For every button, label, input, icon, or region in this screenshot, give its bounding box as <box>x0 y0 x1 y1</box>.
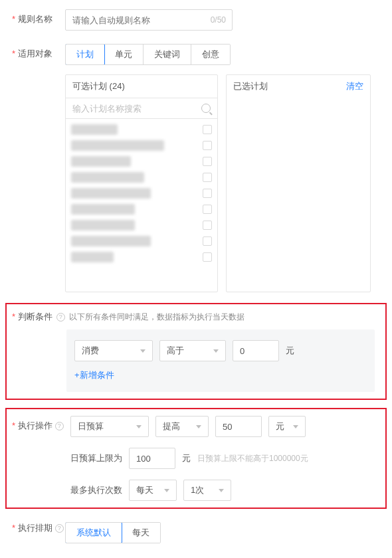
action-section: 执行操作 ? 日预算 提高 50 元 <box>5 408 387 509</box>
checkbox[interactable] <box>203 125 212 134</box>
chevron-down-icon <box>213 349 219 353</box>
available-plans-title: 可选计划 (24) <box>72 80 125 92</box>
schedule-segment[interactable]: 每天 <box>122 523 160 543</box>
list-item[interactable] <box>70 138 216 153</box>
target-segment[interactable]: 计划 <box>65 44 105 65</box>
target-segment[interactable]: 创意 <box>191 45 230 64</box>
condition-section: 判断条件 ? 以下所有条件同时满足，数据指标为执行当天数据 消费 高于 0 元 … <box>5 303 387 400</box>
schedule-label: 执行排期 <box>12 522 52 534</box>
add-condition-link[interactable]: +新增条件 <box>74 369 114 381</box>
operator-select[interactable]: 高于 <box>159 340 226 361</box>
checkbox[interactable] <box>203 141 212 150</box>
list-item[interactable] <box>70 217 216 233</box>
chevron-down-icon <box>136 425 142 428</box>
selected-plans-title: 已选计划 <box>233 80 268 92</box>
cap-hint: 日预算上限不能高于1000000元 <box>197 453 308 464</box>
help-icon[interactable]: ? <box>55 524 64 533</box>
search-icon <box>201 104 211 113</box>
rule-name-counter: 0/50 <box>211 15 226 25</box>
chevron-down-icon <box>164 489 169 492</box>
help-icon[interactable]: ? <box>55 422 64 430</box>
chevron-down-icon <box>219 489 224 492</box>
action-amount-input[interactable]: 50 <box>215 416 262 437</box>
checkbox[interactable] <box>203 252 212 262</box>
action-target-select[interactable]: 日预算 <box>70 416 149 437</box>
checkbox[interactable] <box>203 236 212 246</box>
schedule-segment[interactable]: 系统默认 <box>65 522 122 543</box>
metric-select[interactable]: 消费 <box>74 340 153 361</box>
plan-search-input[interactable] <box>72 104 201 114</box>
clear-selected-link[interactable]: 清空 <box>346 80 363 92</box>
list-item[interactable] <box>70 185 216 201</box>
schedule-segments: 系统默认每天 <box>65 522 161 543</box>
checkbox[interactable] <box>203 205 212 214</box>
max-exec-count-select[interactable]: 1次 <box>183 480 231 501</box>
list-item[interactable] <box>70 249 216 265</box>
condition-hint: 以下所有条件同时满足，数据指标为执行当天数据 <box>69 312 245 323</box>
cap-label: 日预算上限为 <box>70 452 122 464</box>
max-exec-freq-select[interactable]: 每天 <box>129 480 177 501</box>
selected-plans-panel: 已选计划 清空 <box>226 74 371 292</box>
checkbox[interactable] <box>203 189 212 198</box>
rule-name-label: 规则名称 <box>12 9 65 25</box>
list-item[interactable] <box>70 233 216 249</box>
action-unit-select[interactable]: 元 <box>268 416 306 437</box>
condition-label: 判断条件 <box>12 311 52 323</box>
list-item[interactable] <box>70 122 216 138</box>
list-item[interactable] <box>70 153 216 169</box>
cap-unit: 元 <box>182 452 191 464</box>
rule-name-input[interactable] <box>65 9 233 31</box>
value-unit: 元 <box>286 345 294 357</box>
chevron-down-icon <box>293 425 298 428</box>
cap-input[interactable]: 100 <box>129 448 175 469</box>
target-segment[interactable]: 单元 <box>104 45 144 64</box>
target-segment[interactable]: 关键词 <box>144 45 191 64</box>
target-segments: 计划单元关键词创意 <box>65 44 231 65</box>
help-icon[interactable]: ? <box>56 313 65 322</box>
list-item[interactable] <box>70 201 216 217</box>
checkbox[interactable] <box>203 157 212 166</box>
available-plans-panel: 可选计划 (24) <box>65 74 218 292</box>
value-input[interactable]: 0 <box>233 340 279 361</box>
target-label: 适用对象 <box>12 44 65 60</box>
plan-list[interactable] <box>66 119 217 292</box>
checkbox[interactable] <box>203 221 212 230</box>
checkbox[interactable] <box>203 173 212 182</box>
chevron-down-icon <box>196 425 201 428</box>
action-direction-select[interactable]: 提高 <box>155 416 209 437</box>
chevron-down-icon <box>140 349 146 353</box>
max-exec-label: 最多执行次数 <box>70 484 122 496</box>
action-label: 执行操作 <box>12 420 52 432</box>
list-item[interactable] <box>70 169 216 185</box>
